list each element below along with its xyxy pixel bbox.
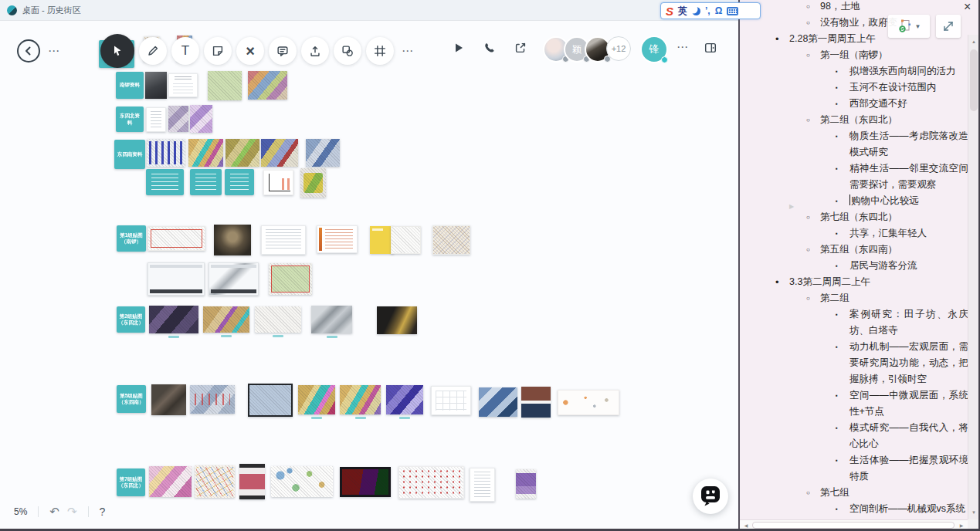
self-avatar[interactable]: 锋 xyxy=(640,36,668,63)
feedback-chat-button[interactable] xyxy=(693,479,728,514)
expand-panel-button[interactable] xyxy=(936,15,961,38)
board-thumbnail[interactable] xyxy=(239,464,265,499)
board-thumbnail[interactable] xyxy=(431,386,471,415)
board-sticky[interactable]: 南锣资料 xyxy=(116,72,144,99)
outline-text[interactable]: 第七组（东四北） xyxy=(820,209,968,225)
board-thumbnail[interactable] xyxy=(398,466,464,499)
board-sticky[interactable]: 第2组贴图（东四北） xyxy=(117,306,145,333)
board-thumbnail[interactable] xyxy=(148,262,205,296)
back-button[interactable] xyxy=(17,39,40,63)
frame-tool[interactable] xyxy=(366,37,394,65)
board-thumbnail[interactable] xyxy=(168,73,198,97)
undo-button[interactable]: ↶ xyxy=(49,505,59,519)
outline-document[interactable]: ○98，土地○没有物业，政府变•2.28第一周周五上午○第一组（南锣）▪拟增强东… xyxy=(740,0,968,517)
outline-item[interactable]: ▪西部交通不好 xyxy=(740,96,968,112)
board-thumbnail[interactable] xyxy=(214,225,251,255)
sticky-note-tool[interactable] xyxy=(204,37,232,65)
outline-item[interactable]: ▪生活体验——把握景观环境特质 xyxy=(740,452,968,485)
shapes-tool[interactable]: × xyxy=(236,37,264,65)
board-thumbnail[interactable] xyxy=(190,105,212,133)
outline-text[interactable]: 3.3第二周周二上午 xyxy=(789,274,968,290)
outline-text[interactable]: 玉河不在设计范围内 xyxy=(849,79,968,96)
outline-item[interactable]: ○第二组 xyxy=(740,290,968,306)
outline-item[interactable]: ▪空间剖析——机械观vs系统 xyxy=(740,501,968,517)
board-sticky[interactable]: 第5组贴图（东四南） xyxy=(117,385,146,413)
board-thumbnail[interactable] xyxy=(516,469,536,499)
outline-text[interactable]: 物质生活——考虑院落改造模式研究 xyxy=(849,128,968,161)
call-button[interactable] xyxy=(482,40,497,56)
paste-options-button[interactable]: ▼ xyxy=(888,15,930,38)
board-thumbnail[interactable] xyxy=(386,385,423,414)
board-thumbnail[interactable] xyxy=(225,169,254,195)
duplicate-tool[interactable] xyxy=(334,37,361,65)
outline-item[interactable]: ▪模式研究——自我代入，将心比心 xyxy=(740,420,968,452)
right-panel-toggle[interactable] xyxy=(703,40,718,56)
board-thumbnail[interactable] xyxy=(521,387,551,418)
vertical-scrollbar[interactable]: ▲ ▼ xyxy=(968,35,979,519)
outline-item[interactable]: ▪空间——中微观层面，系统性+节点 xyxy=(740,387,968,420)
board-thumbnail[interactable] xyxy=(151,384,186,415)
outline-item[interactable]: ▪精神生活——邻里交流空间需要探讨，需要观察 xyxy=(740,161,968,193)
board-thumbnail[interactable] xyxy=(208,71,242,100)
outline-text[interactable]: 动力机制——宏观层面，需要研究周边功能，动态，把握脉搏，引领时空 xyxy=(849,339,968,387)
text-tool[interactable]: T xyxy=(171,37,199,65)
punctuation-toggle[interactable]: ’, xyxy=(705,5,710,16)
outline-item[interactable]: ▪动力机制——宏观层面，需要研究周边功能，动态，把握脉搏，引领时空 xyxy=(740,339,968,387)
present-button[interactable] xyxy=(451,40,466,56)
board-thumbnail[interactable] xyxy=(261,139,298,167)
board-thumbnail[interactable] xyxy=(188,139,223,167)
scrollbar-thumb[interactable] xyxy=(970,49,978,111)
outline-item[interactable]: ▪拟增强东西向胡同的活力 xyxy=(740,63,968,79)
outline-item[interactable]: ▪居民与游客分流 xyxy=(740,258,968,274)
board-sticky[interactable]: 东四北资料 xyxy=(116,107,144,132)
board-thumbnail[interactable] xyxy=(147,139,185,167)
upload-tool[interactable] xyxy=(301,37,329,65)
board-sticky[interactable]: 第1组贴图（南锣） xyxy=(117,225,146,252)
board-thumbnail[interactable] xyxy=(149,306,198,333)
board-thumbnail[interactable] xyxy=(146,107,166,132)
outline-text[interactable]: 第二组（东四北） xyxy=(820,112,968,128)
more-menu[interactable]: ⋯ xyxy=(45,44,63,58)
board-thumbnail[interactable] xyxy=(479,387,517,417)
outline-text[interactable]: 购物中心比较远 xyxy=(849,193,968,209)
outline-text[interactable]: 第二组 xyxy=(820,290,968,306)
outline-text[interactable]: 精神生活——邻里交流空间需要探讨，需要观察 xyxy=(849,161,968,193)
scroll-down-arrow[interactable]: ▼ xyxy=(968,507,979,518)
outline-item[interactable]: ○第二组（东四北） xyxy=(740,112,968,128)
board-thumbnail[interactable] xyxy=(271,466,333,497)
board-thumbnail[interactable] xyxy=(149,466,192,497)
redo-button[interactable]: ↷ xyxy=(67,505,77,519)
board-thumbnail[interactable] xyxy=(306,139,340,167)
ime-language-toggle[interactable]: 英 xyxy=(678,5,687,18)
outline-item[interactable]: ▶▪购物中心比较远 xyxy=(740,193,968,209)
panel-close-button[interactable]: × xyxy=(964,1,971,13)
board-thumbnail[interactable] xyxy=(263,170,293,195)
board-thumbnail[interactable] xyxy=(558,390,619,415)
scroll-up-arrow[interactable]: ▲ xyxy=(968,36,979,47)
outline-item[interactable]: ○第一组（南锣） xyxy=(740,47,968,63)
outline-text[interactable]: 98，土地 xyxy=(820,0,968,15)
board-thumbnail[interactable] xyxy=(340,385,381,414)
board-canvas[interactable]: 南锣资料东四北资料东四南资料第1组贴图（南锣）第2组贴图（东四北）第5组贴图（东… xyxy=(0,20,740,531)
board-thumbnail[interactable] xyxy=(377,306,417,334)
outline-item[interactable]: ○第五组（东四南） xyxy=(740,242,968,258)
board-thumbnail[interactable] xyxy=(190,385,235,414)
board-thumbnail[interactable] xyxy=(145,72,167,99)
share-button[interactable] xyxy=(513,40,528,56)
board-sticky[interactable]: 东四南资料 xyxy=(114,140,145,169)
board-thumbnail[interactable] xyxy=(298,385,335,414)
board-thumbnail[interactable] xyxy=(261,225,306,255)
board-thumbnail[interactable] xyxy=(248,384,293,417)
outline-text[interactable]: 拟增强东西向胡同的活力 xyxy=(849,63,968,79)
board-thumbnail[interactable] xyxy=(340,467,391,497)
board-thumbnail[interactable] xyxy=(209,262,259,296)
outline-item[interactable]: •3.3第二周周二上午 xyxy=(740,274,968,290)
board-thumbnail[interactable] xyxy=(248,71,287,100)
board-thumbnail[interactable] xyxy=(300,168,326,198)
board-thumbnail[interactable] xyxy=(269,263,312,295)
board-thumbnail[interactable] xyxy=(255,306,301,333)
outline-text[interactable]: 居民与游客分流 xyxy=(849,258,968,274)
board-thumbnail[interactable] xyxy=(311,306,352,333)
board-thumbnail[interactable] xyxy=(432,225,470,255)
outline-text[interactable]: 第七组 xyxy=(820,485,968,501)
